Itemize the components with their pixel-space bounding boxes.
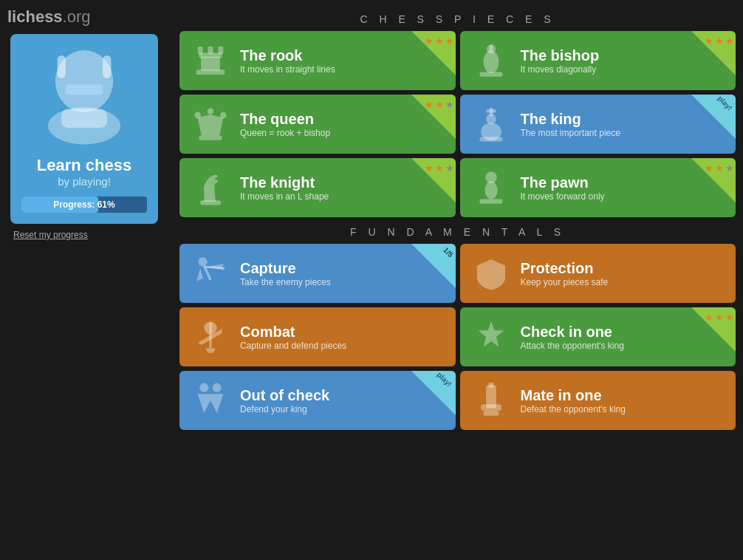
svg-point-35 xyxy=(213,383,222,392)
king-icon xyxy=(469,102,513,146)
svg-rect-1 xyxy=(58,55,66,78)
svg-rect-2 xyxy=(103,55,111,78)
svg-rect-15 xyxy=(490,44,492,51)
card-capture[interactable]: Capture Take the enemy pieces 1/5 xyxy=(179,244,456,303)
progress-bar: Progress: 61% xyxy=(21,197,147,213)
svg-rect-26 xyxy=(200,200,221,205)
logo: lichess.org xyxy=(7,7,91,27)
protection-text: Protection Keep your pieces safe xyxy=(521,260,727,287)
card-king[interactable]: The king The most important piece play! xyxy=(460,95,736,154)
rook-badge: ★★★ xyxy=(411,31,456,75)
protection-title: Protection xyxy=(521,260,727,277)
svg-rect-14 xyxy=(479,72,502,77)
svg-rect-20 xyxy=(199,136,222,140)
progress-label: Progress: 61% xyxy=(53,199,114,210)
svg-point-33 xyxy=(204,321,216,334)
bishop-icon xyxy=(469,38,513,83)
svg-rect-38 xyxy=(483,411,499,416)
bishop-stars: ★★★ xyxy=(705,35,734,47)
card-out-of-check[interactable]: Out of check Defend your king play! xyxy=(179,371,456,430)
reset-progress-link[interactable]: Reset my progress xyxy=(7,230,88,240)
card-mate-in-one[interactable]: Mate in one Defeat the opponent's king xyxy=(460,371,736,430)
svg-rect-11 xyxy=(196,69,225,75)
queen-badge: ★★★ xyxy=(411,95,456,139)
svg-rect-5 xyxy=(61,109,107,128)
chess-pieces-grid: The rook It moves in straight lines ★★★ … xyxy=(179,31,736,217)
avatar-card: Learn chess by playing! Progress: 61% xyxy=(10,34,158,224)
logo-tld: .org xyxy=(63,7,91,26)
mate-in-one-title: Mate in one xyxy=(521,387,727,404)
logo-text: lichess xyxy=(7,7,63,26)
sidebar: lichess.org Learn chess by playing! Prog… xyxy=(0,0,168,560)
queen-icon xyxy=(188,102,233,146)
card-check-in-one[interactable]: Check in one Attack the opponent's king … xyxy=(460,307,736,366)
svg-point-34 xyxy=(199,383,208,392)
combat-title: Combat xyxy=(240,324,447,341)
queen-stars: ★★★ xyxy=(425,99,454,110)
pawn-stars: ★★★ xyxy=(705,163,734,174)
capture-fraction: 1/5 xyxy=(442,246,455,259)
king-play-label: play! xyxy=(716,95,733,112)
svg-rect-37 xyxy=(481,404,501,411)
fundamentals-grid: Capture Take the enemy pieces 1/5 Protec… xyxy=(179,244,736,430)
combat-text: Combat Capture and defend pieces xyxy=(240,324,447,351)
card-protection[interactable]: Protection Keep your pieces safe xyxy=(460,244,736,303)
learn-title: Learn chess xyxy=(37,156,131,175)
protection-icon xyxy=(469,251,513,296)
combat-subtitle: Capture and defend pieces xyxy=(240,341,447,351)
svg-rect-22 xyxy=(486,109,496,112)
pawn-badge: ★★★ xyxy=(691,158,736,202)
svg-point-17 xyxy=(208,108,214,115)
card-combat[interactable]: Combat Capture and defend pieces xyxy=(179,307,456,366)
knight-stars: ★★★ xyxy=(425,163,454,174)
capture-icon xyxy=(188,251,233,296)
rook-icon xyxy=(188,38,233,83)
svg-rect-39 xyxy=(488,383,493,388)
card-queen[interactable]: The queen Queen = rook + bishop ★★★ xyxy=(179,95,456,154)
king-badge: play! xyxy=(691,95,736,139)
knight-icon xyxy=(188,165,233,210)
svg-rect-25 xyxy=(479,137,502,141)
card-bishop[interactable]: The bishop It moves diagonally ★★★ xyxy=(460,31,736,90)
capture-badge: 1/5 xyxy=(411,244,456,288)
out-of-check-play-label: play! xyxy=(436,371,453,389)
check-in-one-badge: ★★★ xyxy=(691,307,736,352)
mate-in-one-subtitle: Defeat the opponent's king xyxy=(521,404,727,414)
protection-subtitle: Keep your pieces safe xyxy=(521,277,727,287)
fundamentals-title: F U N D A M E N T A L S xyxy=(179,226,736,238)
rook-stars: ★★★ xyxy=(425,35,454,47)
main-content: C H E S S P I E C E S The rook It moves … xyxy=(168,0,743,560)
chess-pieces-title: C H E S S P I E C E S xyxy=(179,13,736,25)
svg-point-23 xyxy=(486,114,496,124)
combat-icon xyxy=(188,315,233,359)
pawn-icon xyxy=(469,165,513,210)
svg-point-13 xyxy=(483,50,499,73)
card-knight[interactable]: The knight It moves in an L shape ★★★ xyxy=(179,158,456,217)
svg-rect-3 xyxy=(66,84,103,95)
card-pawn[interactable]: The pawn It moves forward only ★★★ xyxy=(460,158,736,217)
svg-point-30 xyxy=(199,257,208,266)
learn-subtitle: by playing! xyxy=(58,175,111,188)
out-of-check-badge: play! xyxy=(411,371,456,415)
bishop-badge: ★★★ xyxy=(691,31,736,75)
check-icon xyxy=(469,315,513,359)
out-of-check-icon xyxy=(188,378,233,423)
avatar-icon xyxy=(32,45,136,148)
svg-line-32 xyxy=(205,267,225,268)
knight-badge: ★★★ xyxy=(411,158,456,202)
svg-point-28 xyxy=(485,181,497,199)
svg-rect-29 xyxy=(479,199,502,204)
mate-in-one-text: Mate in one Defeat the opponent's king xyxy=(521,387,727,414)
svg-rect-10 xyxy=(201,57,220,71)
card-rook[interactable]: The rook It moves in straight lines ★★★ xyxy=(179,31,456,90)
check-stars: ★★★ xyxy=(705,312,734,323)
mate-icon xyxy=(469,378,513,423)
svg-marker-19 xyxy=(198,115,224,136)
